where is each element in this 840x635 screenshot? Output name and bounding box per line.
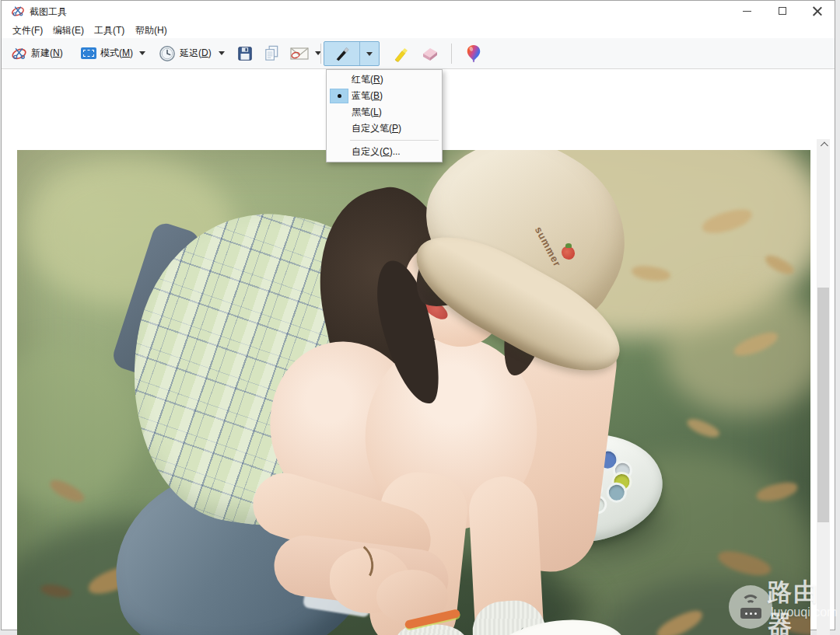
copy-button[interactable] xyxy=(258,42,285,65)
chevron-up-icon xyxy=(821,142,828,150)
delay-button-label: 延迟(D) xyxy=(180,47,212,60)
menu-item-customize[interactable]: 自定义(C)... xyxy=(327,144,442,160)
chevron-down-icon xyxy=(366,52,373,56)
toolbar-separator xyxy=(320,44,321,64)
email-button[interactable] xyxy=(285,42,314,65)
menu-bar: 文件(F) 编辑(E) 工具(T) 帮助(H) xyxy=(2,21,835,38)
strawberry-patch xyxy=(562,246,575,260)
eraser-button[interactable] xyxy=(415,42,445,65)
paint3d-button[interactable] xyxy=(460,42,487,65)
highlighter-button[interactable] xyxy=(387,42,415,65)
copy-pages-icon xyxy=(263,44,281,62)
highlighter-icon xyxy=(392,44,411,63)
pen-button-group xyxy=(324,41,380,66)
chevron-down-icon xyxy=(219,51,225,55)
scissors-icon xyxy=(11,45,27,61)
selection-marquee-icon xyxy=(81,47,96,59)
scissors-icon xyxy=(11,4,25,18)
menu-item-black-pen[interactable]: 黑笔(L) xyxy=(327,104,442,120)
leaf xyxy=(685,415,722,441)
menu-edit[interactable]: 编辑(E) xyxy=(48,23,89,37)
menu-separator xyxy=(350,140,439,141)
menu-tools[interactable]: 工具(T) xyxy=(89,23,129,37)
menu-help[interactable]: 帮助(H) xyxy=(131,23,172,37)
send-email-icon xyxy=(289,45,310,62)
floppy-disk-icon xyxy=(236,45,254,62)
pen-icon xyxy=(334,45,351,62)
close-button[interactable] xyxy=(800,1,835,21)
delay-dropdown-arrow[interactable] xyxy=(215,42,229,65)
pen-color-menu: 红笔(R) 蓝笔(B) 黑笔(L) 自定义笔(P) 自定义(C)... xyxy=(326,69,443,162)
light-patch xyxy=(17,344,142,508)
window-title: 截图工具 xyxy=(30,5,67,19)
toolbar: 新建(N) 模式(M) 延迟(D) xyxy=(2,38,835,69)
menu-item-red-pen[interactable]: 红笔(R) xyxy=(327,72,442,88)
close-icon xyxy=(813,6,822,16)
menu-item-custom-pen[interactable]: 自定义笔(P) xyxy=(327,120,442,137)
new-button-label: 新建(N) xyxy=(31,47,63,60)
save-button[interactable] xyxy=(232,42,258,65)
scroll-up-button[interactable] xyxy=(817,139,830,152)
balloon-paint3d-icon xyxy=(465,44,482,63)
new-button[interactable]: 新建(N) xyxy=(6,42,68,65)
title-bar: 截图工具 xyxy=(2,1,835,21)
menu-item-blue-pen[interactable]: 蓝笔(B) xyxy=(327,88,442,104)
maximize-button[interactable] xyxy=(765,1,800,21)
snipping-tool-window: 截图工具 文件(F) 编辑(E) 工具(T) 帮助(H) 新建(N) 模式(M) xyxy=(1,0,835,630)
maximize-icon xyxy=(779,7,786,15)
minimize-button[interactable] xyxy=(730,1,765,21)
pen-dropdown-arrow[interactable] xyxy=(360,42,379,65)
clock-icon xyxy=(159,45,176,62)
selected-radio-dot-icon xyxy=(338,94,341,98)
toolbar-separator xyxy=(451,44,452,64)
eraser-icon xyxy=(420,44,440,63)
pen-button[interactable] xyxy=(324,42,360,65)
minimize-icon xyxy=(743,11,751,12)
vertical-scroll-thumb[interactable] xyxy=(817,288,829,522)
vertical-scrollbar[interactable] xyxy=(817,139,830,635)
delay-button[interactable]: 延迟(D) xyxy=(154,42,216,65)
mode-dropdown-arrow[interactable] xyxy=(135,42,149,65)
mode-button-label: 模式(M) xyxy=(100,47,133,60)
chevron-down-icon xyxy=(139,51,145,55)
menu-file[interactable]: 文件(F) xyxy=(8,23,47,37)
snip-canvas[interactable]: summer xyxy=(17,150,810,635)
mode-button[interactable]: 模式(M) xyxy=(76,42,138,65)
